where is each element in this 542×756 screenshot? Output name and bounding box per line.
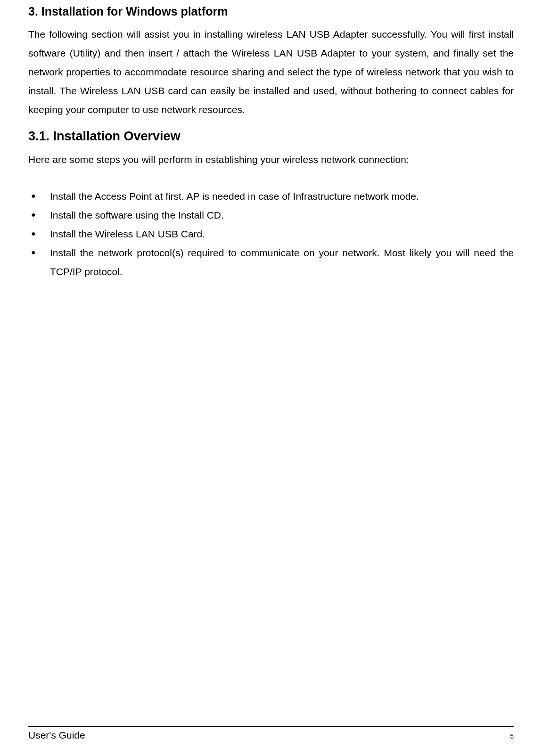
list-item: Install the Access Point at first. AP is… [28, 187, 514, 206]
list-item: Install the Wireless LAN USB Card. [28, 225, 514, 244]
page-footer: User's Guide 5 [28, 726, 514, 741]
footer-page-number: 5 [510, 732, 514, 740]
section-3-1-heading: 3.1. Installation Overview [28, 129, 514, 144]
section-3-1-intro: Here are some steps you will perform in … [28, 150, 514, 169]
section-3-paragraph: The following section will assist you in… [28, 25, 514, 119]
bullet-list: Install the Access Point at first. AP is… [28, 187, 514, 281]
section-3-heading: 3. Installation for Windows platform [28, 5, 514, 18]
list-item: Install the software using the Install C… [28, 206, 514, 225]
footer-guide-label: User's Guide [28, 730, 85, 741]
list-item: Install the network protocol(s) required… [28, 244, 514, 281]
